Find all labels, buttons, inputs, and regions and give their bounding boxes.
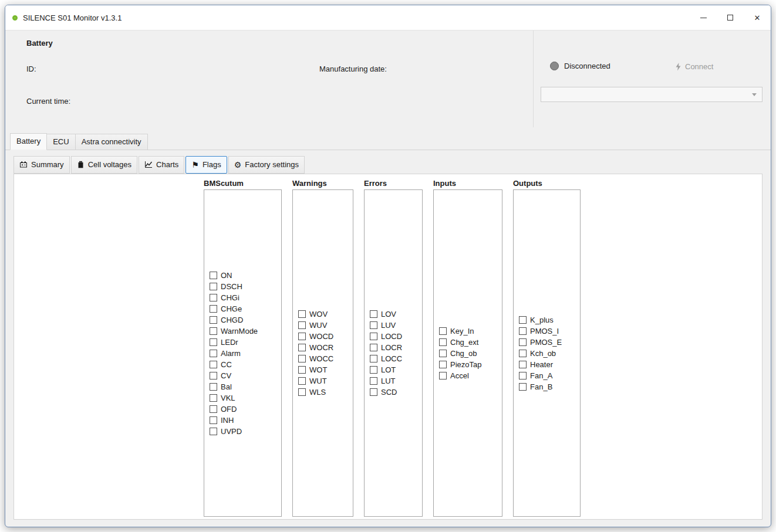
tab-summary[interactable]: Summary bbox=[14, 156, 70, 174]
minimize-button[interactable] bbox=[690, 5, 717, 30]
flag-checkbox-cc[interactable]: CC bbox=[210, 359, 281, 370]
checkbox-icon[interactable] bbox=[298, 388, 306, 396]
checkbox-icon[interactable] bbox=[298, 321, 306, 329]
flag-checkbox-bal[interactable]: Bal bbox=[210, 381, 281, 392]
flag-checkbox-on[interactable]: ON bbox=[210, 270, 281, 281]
flag-checkbox-ofd[interactable]: OFD bbox=[210, 404, 281, 415]
checkbox-icon[interactable] bbox=[210, 327, 217, 335]
flag-checkbox-accel[interactable]: Accel bbox=[439, 370, 502, 381]
flag-checkbox-vkl[interactable]: VKL bbox=[210, 392, 281, 404]
tab-astra-connectivity[interactable]: Astra connectivity bbox=[75, 134, 148, 150]
flag-checkbox-ledr[interactable]: LEDr bbox=[210, 337, 281, 348]
flag-checkbox-dsch[interactable]: DSCH bbox=[210, 281, 281, 292]
checkbox-icon[interactable] bbox=[519, 383, 527, 391]
checkbox-icon[interactable] bbox=[210, 383, 217, 391]
checkbox-icon[interactable] bbox=[210, 372, 217, 379]
checkbox-icon[interactable] bbox=[210, 416, 217, 424]
flag-checkbox-wocr[interactable]: WOCR bbox=[298, 342, 353, 353]
checkbox-icon[interactable] bbox=[370, 355, 377, 362]
checkbox-icon[interactable] bbox=[439, 327, 447, 335]
checkbox-icon[interactable] bbox=[210, 294, 217, 301]
checkbox-icon[interactable] bbox=[298, 355, 306, 362]
flag-checkbox-chgd[interactable]: CHGD bbox=[210, 314, 281, 326]
flag-checkbox-chge[interactable]: CHGe bbox=[210, 303, 281, 314]
tab-cell-voltages[interactable]: Cell voltages bbox=[71, 156, 137, 174]
checkbox-icon[interactable] bbox=[519, 361, 527, 368]
checkbox-icon[interactable] bbox=[370, 310, 377, 318]
checkbox-icon[interactable] bbox=[298, 344, 306, 351]
checkbox-icon[interactable] bbox=[210, 394, 217, 402]
flag-checkbox-locd[interactable]: LOCD bbox=[370, 331, 422, 342]
flag-checkbox-uvpd[interactable]: UVPD bbox=[210, 426, 281, 437]
checkbox-icon[interactable] bbox=[519, 350, 527, 357]
checkbox-icon[interactable] bbox=[210, 338, 217, 346]
flag-checkbox-wut[interactable]: WUT bbox=[298, 375, 353, 387]
flag-checkbox-piezotap[interactable]: PiezoTap bbox=[439, 359, 502, 370]
checkbox-icon[interactable] bbox=[298, 333, 306, 340]
checkbox-icon[interactable] bbox=[439, 350, 447, 357]
checkbox-icon[interactable] bbox=[370, 377, 377, 385]
flag-checkbox-fan_b[interactable]: Fan_B bbox=[519, 381, 580, 392]
checkbox-icon[interactable] bbox=[210, 428, 217, 435]
checkbox-icon[interactable] bbox=[439, 372, 447, 379]
flag-checkbox-wot[interactable]: WOT bbox=[298, 364, 353, 375]
flag-checkbox-warnmode[interactable]: WarnMode bbox=[210, 326, 281, 337]
tab-ecu[interactable]: ECU bbox=[46, 134, 75, 150]
flag-checkbox-lut[interactable]: LUT bbox=[370, 375, 422, 387]
checkbox-icon[interactable] bbox=[439, 338, 447, 346]
checkbox-icon[interactable] bbox=[519, 316, 527, 324]
checkbox-icon[interactable] bbox=[298, 377, 306, 385]
connect-button[interactable]: Connect bbox=[676, 62, 713, 71]
flag-checkbox-fan_a[interactable]: Fan_A bbox=[519, 370, 580, 381]
tab-factory-settings[interactable]: ⚙ Factory settings bbox=[228, 156, 305, 174]
checkbox-icon[interactable] bbox=[298, 310, 306, 318]
flag-checkbox-pmos_i[interactable]: PMOS_I bbox=[519, 326, 580, 337]
maximize-button[interactable] bbox=[717, 5, 744, 30]
flag-checkbox-k_plus[interactable]: K_plus bbox=[519, 314, 580, 326]
flag-checkbox-alarm[interactable]: Alarm bbox=[210, 348, 281, 359]
tab-flags[interactable]: ⚑ Flags bbox=[185, 156, 227, 174]
flag-checkbox-chgi[interactable]: CHGi bbox=[210, 292, 281, 303]
checkbox-icon[interactable] bbox=[210, 305, 217, 313]
flag-checkbox-chg_ext[interactable]: Chg_ext bbox=[439, 337, 502, 348]
flag-checkbox-key_in[interactable]: Key_In bbox=[439, 326, 502, 337]
checkbox-icon[interactable] bbox=[370, 388, 377, 396]
flag-checkbox-cv[interactable]: CV bbox=[210, 370, 281, 381]
flag-checkbox-lov[interactable]: LOV bbox=[370, 309, 422, 320]
checkbox-icon[interactable] bbox=[519, 372, 527, 379]
flag-checkbox-wocd[interactable]: WOCD bbox=[298, 331, 353, 342]
checkbox-icon[interactable] bbox=[210, 316, 217, 324]
flag-checkbox-locr[interactable]: LOCR bbox=[370, 342, 422, 353]
flag-checkbox-wocc[interactable]: WOCC bbox=[298, 353, 353, 364]
tab-charts[interactable]: Charts bbox=[139, 156, 184, 174]
checkbox-icon[interactable] bbox=[210, 272, 217, 279]
flag-checkbox-wuv[interactable]: WUV bbox=[298, 320, 353, 331]
flag-checkbox-kch_ob[interactable]: Kch_ob bbox=[519, 348, 580, 359]
flag-checkbox-heater[interactable]: Heater bbox=[519, 359, 580, 370]
close-button[interactable]: ✕ bbox=[744, 5, 771, 30]
flag-checkbox-wov[interactable]: WOV bbox=[298, 309, 353, 320]
checkbox-icon[interactable] bbox=[210, 283, 217, 290]
flag-checkbox-scd[interactable]: SCD bbox=[370, 387, 422, 398]
checkbox-icon[interactable] bbox=[370, 321, 377, 329]
checkbox-icon[interactable] bbox=[210, 350, 217, 357]
tab-battery[interactable]: Battery bbox=[10, 133, 47, 150]
checkbox-icon[interactable] bbox=[210, 405, 217, 413]
flag-checkbox-chg_ob[interactable]: Chg_ob bbox=[439, 348, 502, 359]
checkbox-icon[interactable] bbox=[210, 361, 217, 368]
flag-checkbox-pmos_e[interactable]: PMOS_E bbox=[519, 337, 580, 348]
checkbox-icon[interactable] bbox=[370, 366, 377, 374]
flag-checkbox-locc[interactable]: LOCC bbox=[370, 353, 422, 364]
checkbox-icon[interactable] bbox=[439, 361, 447, 368]
port-select[interactable] bbox=[541, 87, 762, 102]
flag-label: PMOS_I bbox=[530, 327, 559, 336]
flag-checkbox-inh[interactable]: INH bbox=[210, 415, 281, 426]
flag-checkbox-luv[interactable]: LUV bbox=[370, 320, 422, 331]
checkbox-icon[interactable] bbox=[370, 344, 377, 351]
flag-checkbox-wls[interactable]: WLS bbox=[298, 387, 353, 398]
checkbox-icon[interactable] bbox=[298, 366, 306, 374]
checkbox-icon[interactable] bbox=[519, 338, 527, 346]
flag-checkbox-lot[interactable]: LOT bbox=[370, 364, 422, 375]
checkbox-icon[interactable] bbox=[519, 327, 527, 335]
checkbox-icon[interactable] bbox=[370, 333, 377, 340]
